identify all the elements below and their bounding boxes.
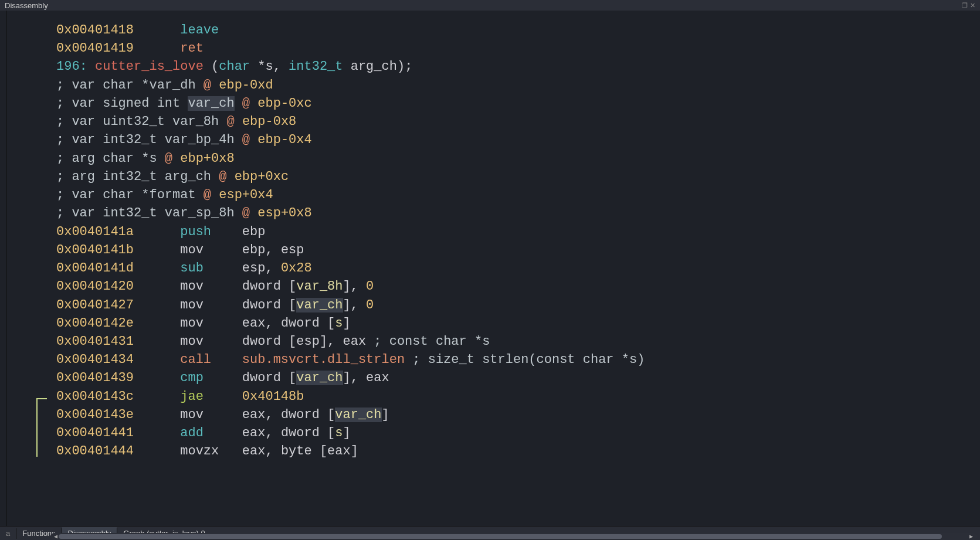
operand: , [265,426,280,440]
asm-line[interactable]: 0x0040143e mov eax, dword [var_ch] [56,406,980,424]
var-decl[interactable]: ; var signed int var_ch @ ebp-0xc [56,94,980,113]
asm-line[interactable]: 0x00401419 ret [56,39,980,57]
scroll-left-icon[interactable]: ◀ [54,533,59,540]
asm-line[interactable]: 0x0040141a push ebp [56,223,980,241]
operand: , [265,407,280,422]
operand: eax [242,426,266,440]
detach-icon[interactable]: ❐ [962,2,968,9]
gutter-left [0,11,7,526]
code-content: 0x00401418 leave 0x00401419 ret 196: cut… [50,11,980,468]
operand: ebp [242,225,266,239]
mnemonic: add [180,426,242,440]
operand: eax [242,444,266,459]
operand: var_ch [296,371,343,385]
operand: ebp [242,243,266,257]
asm-line[interactable]: 0x00401439 cmp dword [var_ch], eax [56,369,980,387]
address: 0x00401427 [56,298,180,313]
inline-comment: ; const char *s [366,334,490,349]
mnemonic: ret [180,41,242,56]
address: 0x00401434 [56,352,180,367]
jump-target: 0x40148b [242,389,304,404]
main-area: 0x00401418 leave 0x00401419 ret 196: cut… [0,11,980,526]
address: 0x0040142e [56,316,180,331]
mnemonic: mov [180,334,242,349]
var-decl[interactable]: ; var int32_t var_sp_8h @ esp+0x8 [56,204,980,222]
operand: eax [242,316,266,331]
mnemonic: mov [180,243,242,257]
operand: , [351,371,366,385]
operand: esp [242,261,266,276]
inline-comment: ; size_t strlen(const char *s) [405,352,645,367]
asm-line[interactable]: 0x00401444 movzx eax, byte [eax] [56,442,980,460]
operand: dword [281,426,327,440]
operand: dword [242,279,289,294]
mnemonic: mov [180,279,242,294]
mnemonic: mov [180,298,242,313]
asm-line[interactable]: 0x0040143c jae 0x40148b [56,388,980,406]
address: 0x00401441 [56,426,180,440]
operand: [ [289,371,296,385]
address: 0x00401431 [56,334,180,349]
address: 0x00401420 [56,279,180,294]
operand: [ [320,444,327,459]
operand: var_ch [296,298,343,313]
horizontal-scrollbar[interactable]: ◀ ▶ [50,533,978,540]
operand: dword [281,316,327,331]
asm-line[interactable]: 0x00401418 leave [56,21,980,39]
asm-line[interactable]: 0x0040141b mov ebp, esp [56,241,980,259]
var-decl[interactable]: ; var int32_t var_bp_4h @ ebp-0x4 [56,131,980,149]
address: 0x00401419 [56,41,180,56]
operand: eax [242,407,266,422]
var-decl[interactable]: ; var uint32_t var_8h @ ebp-0x8 [56,113,980,131]
operand: , [351,279,366,294]
operand: 0x28 [281,261,312,276]
address: 0x0040143e [56,407,180,422]
operand: , [265,444,280,459]
var-decl[interactable]: ; var char *format @ esp+0x4 [56,186,980,204]
mnemonic: call [180,352,242,367]
function-header[interactable]: 196: cutter_is_love (char *s, int32_t ar… [56,57,980,76]
mnemonic: leave [180,23,242,38]
operand: dword [242,334,289,349]
var-decl[interactable]: ; arg int32_t arg_ch @ ebp+0xc [56,168,980,186]
mnemonic: mov [180,316,242,331]
var-decl[interactable]: ; arg char *s @ ebp+0x8 [56,150,980,168]
scroll-thumb[interactable] [59,534,942,539]
asm-line[interactable]: 0x00401434 call sub.msvcrt.dll_strlen ; … [56,351,980,369]
asm-line[interactable]: 0x00401431 mov dword [esp], eax ; const … [56,332,980,351]
operand: ] [351,444,358,459]
operand: 0 [366,279,374,294]
call-target: sub.msvcrt.dll_strlen [242,352,405,367]
asm-line[interactable]: 0x0040141d sub esp, 0x28 [56,259,980,277]
operand: eax [366,371,389,385]
address: 0x0040143c [56,389,180,404]
operand: byte [281,444,320,459]
operand: [ [327,316,335,331]
disassembly-view[interactable]: 0x00401418 leave 0x00401419 ret 196: cut… [50,11,980,526]
mnemonic: jae [180,389,242,404]
tab-cut-left[interactable]: a [0,527,16,539]
function-name: cutter_is_love [95,59,204,74]
panel-titlebar: Disassembly ❐ ✕ [0,0,980,11]
operand: [ [327,426,335,440]
operand: 0 [366,298,374,313]
mnemonic: push [180,225,242,239]
close-icon[interactable]: ✕ [970,2,975,9]
jump-arrow [36,398,47,457]
operand: ] [343,426,351,440]
asm-line[interactable]: 0x00401427 mov dword [var_ch], 0 [56,296,980,314]
operand: dword [281,407,327,422]
operand: esp [296,334,320,349]
jump-gutter [7,11,50,526]
var-decl[interactable]: ; var char *var_dh @ ebp-0xd [56,76,980,94]
asm-line[interactable]: 0x00401441 add eax, dword [s] [56,424,980,442]
asm-line[interactable]: 0x0040142e mov eax, dword [s] [56,314,980,332]
scroll-right-icon[interactable]: ▶ [969,533,974,540]
operand: dword [242,371,289,385]
mnemonic: mov [180,407,242,422]
operand: eax [343,334,367,349]
operand: [ [289,279,296,294]
asm-line[interactable]: 0x00401420 mov dword [var_8h], 0 [56,277,980,296]
operand: [ [289,334,296,349]
scroll-track[interactable] [59,534,969,539]
